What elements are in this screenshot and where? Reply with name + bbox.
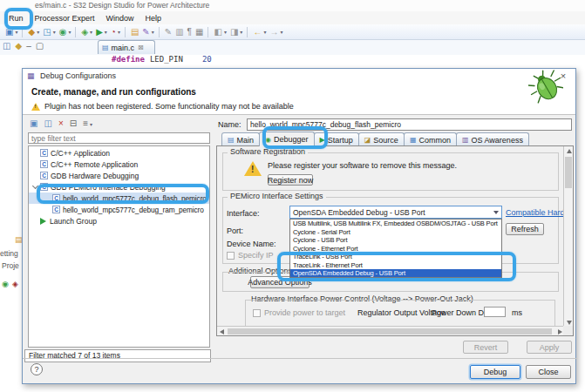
provide-power-checkbox[interactable] (253, 309, 261, 317)
tab-common[interactable]: ▦ Common (404, 132, 457, 146)
back-icon[interactable]: ← (252, 27, 267, 37)
horizontal-scroll-thumb[interactable] (228, 328, 552, 335)
view-menu-icon[interactable]: ◆ (15, 41, 22, 51)
config-tree: C/C++ Application C/C++ Remote Applicati… (28, 145, 210, 348)
scrollbar-corner (563, 326, 573, 335)
interface-combo[interactable]: OpenSDA Embedded Debug - USB Port (289, 206, 502, 219)
last-edit-location-icon[interactable]: ◧ (213, 27, 227, 37)
tab-label: Common (418, 136, 451, 145)
minimize-icon[interactable]: – (26, 41, 31, 51)
provide-power-label: Provide power to target (264, 308, 345, 317)
filter-icon[interactable]: ≡ (82, 118, 93, 129)
scroll-up-icon[interactable] (567, 149, 572, 153)
c-config-icon (40, 160, 48, 168)
specify-ip-label: Specify IP (238, 251, 274, 260)
registration-warning-icon (244, 161, 262, 176)
help-button[interactable]: ? (31, 363, 43, 375)
new-launch-configuration-icon[interactable]: ▣ (29, 118, 38, 129)
block-selection-icon[interactable]: ▦ (194, 27, 208, 37)
dialog-heading: Create, manage, and run configurations (31, 87, 196, 97)
tab-source[interactable]: ◪ Source (358, 132, 405, 146)
refresh-button[interactable]: Refresh (506, 223, 544, 235)
code-value: 20 (202, 55, 212, 64)
footer-separator (23, 358, 577, 359)
tree-item[interactable]: C/C++ Remote Application (29, 159, 209, 170)
editor-tab[interactable]: ▤ main.c ⊠ (98, 40, 155, 54)
c-config-icon (40, 149, 48, 157)
c-file-icon: ▤ (102, 44, 109, 51)
build-icon[interactable]: ◉ (58, 27, 77, 37)
dropdown-option[interactable]: Cyclone - Serial Port (290, 228, 501, 237)
apply-button[interactable]: Apply (527, 341, 572, 354)
dialog-header: Create, manage, and run configurations P… (23, 84, 575, 115)
menu-item[interactable]: Window (106, 14, 134, 23)
tab-icon: ▤ (228, 136, 235, 144)
forward-icon[interactable]: → (269, 27, 283, 37)
scroll-right-icon[interactable] (558, 329, 562, 335)
partial-red-icon: ◈ (12, 280, 18, 288)
view-toolbar: ◫ ◆ – ▢ (3, 41, 44, 51)
vertical-scroll-thumb[interactable] (565, 157, 572, 188)
new-project-icon[interactable]: ◳ (42, 27, 56, 37)
maximize-icon[interactable]: ▢ (36, 41, 44, 51)
bug-icon (528, 69, 563, 104)
tree-item[interactable]: C/C++ Application (29, 147, 209, 159)
screen: es/main.c - S32 Design Studio for Power … (0, 0, 585, 392)
debugger-tab-content: Software Registration Please register yo… (216, 145, 574, 336)
tree-item-label: Launch Group (50, 217, 97, 226)
mark-occurrences-icon[interactable]: ▥ (174, 27, 184, 37)
external-tools-icon[interactable]: ◔ (110, 27, 126, 37)
menu-item[interactable]: Help (146, 14, 162, 23)
tree-item[interactable]: Launch Group (29, 215, 209, 226)
annotations-icon[interactable]: ◨ (229, 27, 248, 37)
duplicate-icon[interactable]: ◫ (43, 118, 52, 129)
close-button[interactable]: Close (526, 365, 571, 379)
port-label: Port: (227, 226, 243, 235)
open-folder-icon[interactable]: ▤ (130, 27, 139, 37)
code-directive: #define (112, 55, 145, 64)
tab-label: Main (237, 136, 255, 145)
power-down-delay-input[interactable] (484, 307, 506, 317)
debug-configurations-dialog: ▦ Debug Configurations × Create, manage,… (22, 68, 576, 384)
window-titlebar: es/main.c - S32 Design Studio for Power … (0, 0, 585, 11)
run-icon[interactable]: ▶ (95, 27, 108, 37)
search-icon[interactable]: ✎ (141, 27, 159, 37)
c-config-icon (40, 172, 48, 179)
interface-label: Interface: (227, 209, 260, 218)
debug-button[interactable]: Debug (470, 365, 520, 379)
tab-close-icon[interactable]: ⊠ (138, 44, 144, 51)
scroll-left-icon[interactable] (220, 329, 224, 335)
delete-icon[interactable]: × (58, 118, 65, 129)
vertical-scrollbar[interactable] (563, 146, 573, 328)
tree-item-label: hello_world_mpc5777c_debug_ram_pemicro (63, 206, 204, 214)
tree-item[interactable]: GDB Hardware Debugging (29, 170, 209, 181)
tree-item[interactable]: hello_world_mpc5777c_debug_ram_pemicro (29, 204, 209, 215)
tab-icon: ▦ (410, 136, 417, 144)
tab-main[interactable]: ▤ Main (221, 132, 260, 146)
window-title: es/main.c - S32 Design Studio for Power … (35, 0, 209, 11)
horizontal-scrollbar[interactable] (217, 326, 565, 335)
tab-label: Startup (328, 136, 353, 145)
scroll-down-icon[interactable] (567, 321, 572, 325)
dropdown-option[interactable]: Cyclone - USB Port (290, 236, 501, 245)
dropdown-option[interactable]: USB Multilink, USB Multilink FX, Embedde… (290, 220, 501, 228)
dialog-icon: ▦ (27, 71, 35, 80)
menu-item[interactable]: Processor Expert (35, 14, 95, 23)
main-toolbar: ▣ ◆ ◳ ◉ ◈ ▶ ◔ (0, 24, 585, 40)
specify-ip-checkbox[interactable] (227, 252, 235, 260)
pemicro-settings-label: PEMicro Interface Settings (228, 192, 326, 201)
filter-input[interactable] (28, 132, 210, 144)
debug-icon[interactable]: ◈ (80, 27, 93, 37)
collapse-all-icon[interactable]: ⊟ (69, 118, 78, 129)
annotation-tree-item (37, 184, 209, 204)
revert-button[interactable]: Revert (463, 341, 508, 354)
pencil-icon[interactable]: ✎ (164, 27, 173, 37)
annotation-debugger-tab (262, 126, 328, 149)
editor-tab-label: main.c (112, 44, 135, 52)
register-now-button[interactable]: Register now (268, 174, 313, 186)
tab-os-awareness[interactable]: ▥ OS Awareness (456, 132, 529, 146)
name-label: Name: (218, 120, 241, 129)
chevron-down-icon (493, 211, 499, 214)
restore-view-icon[interactable]: ◫ (3, 41, 10, 51)
show-whitespace-icon[interactable]: ¶ (187, 27, 193, 37)
